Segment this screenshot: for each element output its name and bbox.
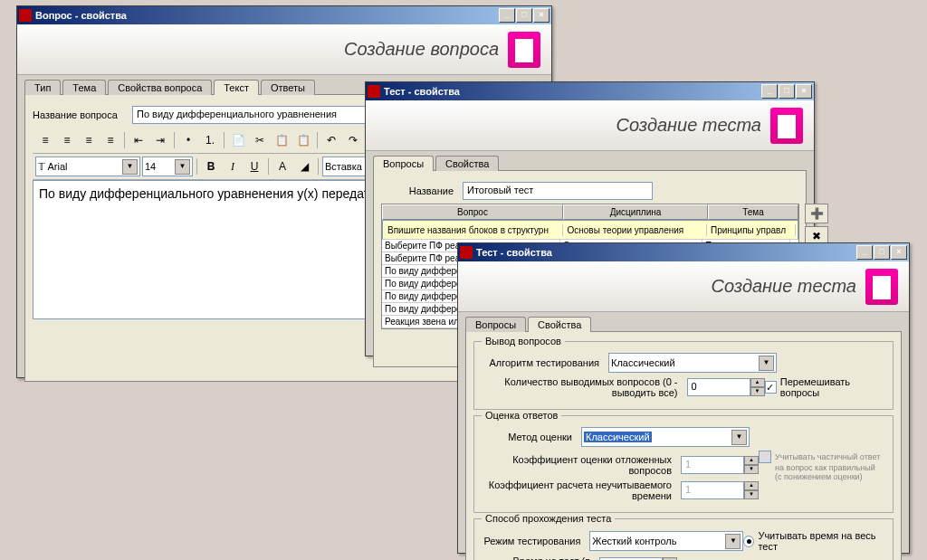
tab-answers[interactable]: Ответы bbox=[261, 80, 315, 95]
coef1-stepper[interactable]: 1 ▲▼ bbox=[681, 456, 759, 474]
cut-icon[interactable]: ✂ bbox=[250, 130, 270, 150]
algo-select[interactable]: Классический▼ bbox=[608, 353, 777, 373]
group-mode: Способ прохождения теста Режим тестирова… bbox=[473, 518, 894, 560]
maximize-button[interactable]: □ bbox=[874, 245, 890, 260]
tab-text[interactable]: Текст bbox=[214, 80, 259, 95]
align-left-icon[interactable]: ≡ bbox=[35, 130, 55, 150]
method-value: Классический bbox=[584, 432, 652, 442]
group-output: Вывод вопросов Алгоритм тестирования Кла… bbox=[473, 341, 894, 410]
chevron-down-icon: ▼ bbox=[731, 430, 747, 445]
shuffle-label: Перемешивать вопросы bbox=[780, 376, 885, 398]
table-cell: Основы теории управления bbox=[565, 224, 707, 236]
close-button[interactable]: × bbox=[891, 245, 907, 260]
chevron-down-icon: ▼ bbox=[175, 159, 190, 175]
tab-type[interactable]: Тип bbox=[24, 80, 61, 95]
spin-up-icon: ▲ bbox=[744, 481, 759, 490]
list-number-icon[interactable]: 1. bbox=[200, 130, 220, 150]
group-grading: Оценка ответов Метод оценки Классический… bbox=[473, 415, 894, 513]
test-name-label: Название bbox=[381, 185, 463, 196]
test-name-input[interactable]: Итоговый тест bbox=[463, 182, 653, 200]
chevron-down-icon: ▼ bbox=[759, 356, 774, 371]
insert-label: Вставка bbox=[325, 161, 362, 172]
spin-up-icon[interactable]: ▲ bbox=[750, 378, 765, 387]
paste-icon[interactable]: 📋 bbox=[293, 130, 313, 150]
font-family-select[interactable]: 𝕋 Arial▼ bbox=[35, 157, 140, 176]
coef2-stepper[interactable]: 1 ▲▼ bbox=[681, 481, 759, 499]
partial-hint: Учитывать частичный ответ на вопрос как … bbox=[759, 451, 885, 505]
table-row[interactable]: Впишите названия блоков в структурнОснов… bbox=[382, 220, 798, 240]
font-color-icon[interactable]: A bbox=[272, 157, 292, 176]
indent-inc-icon[interactable]: ⇥ bbox=[150, 130, 170, 150]
titlebar[interactable]: Тест - свойства _ □ × bbox=[458, 243, 909, 261]
italic-button[interactable]: I bbox=[223, 157, 243, 176]
minimize-button[interactable]: _ bbox=[761, 84, 778, 99]
clipboard-icon bbox=[770, 108, 803, 144]
header: Создание вопроса bbox=[17, 24, 551, 75]
method-select[interactable]: Классический▼ bbox=[581, 427, 750, 447]
group-output-title: Вывод вопросов bbox=[482, 336, 565, 346]
align-justify-icon[interactable]: ≡ bbox=[100, 130, 120, 150]
maximize-button[interactable]: □ bbox=[516, 8, 532, 23]
algo-value: Классический bbox=[611, 357, 675, 368]
new-icon[interactable]: 📄 bbox=[228, 130, 248, 150]
question-name-label: Название вопроса bbox=[33, 109, 132, 120]
add-question-button[interactable]: ➕ bbox=[805, 204, 828, 223]
undo-icon[interactable]: ↶ bbox=[321, 130, 341, 150]
tab-panel: Вывод вопросов Алгоритм тестирования Кла… bbox=[465, 331, 902, 560]
close-button[interactable]: × bbox=[796, 84, 812, 99]
tab-questions[interactable]: Вопросы bbox=[373, 156, 434, 171]
close-button[interactable]: × bbox=[533, 8, 550, 23]
minimize-button[interactable]: _ bbox=[499, 8, 515, 23]
list-bullet-icon[interactable]: • bbox=[178, 130, 198, 150]
redo-icon[interactable]: ↷ bbox=[343, 130, 363, 150]
page-title: Создание теста bbox=[711, 276, 856, 297]
qcount-stepper[interactable]: 0 ▲▼ bbox=[687, 378, 765, 396]
col-question[interactable]: Вопрос bbox=[382, 204, 563, 220]
group-mode-title: Способ прохождения теста bbox=[482, 513, 615, 524]
titlebar[interactable]: Тест - свойства _ □ × bbox=[366, 82, 814, 100]
window-test-props: Тест - свойства _ □ × Создание теста Воп… bbox=[457, 242, 910, 554]
indent-dec-icon[interactable]: ⇤ bbox=[129, 130, 148, 150]
table-cell: Впишите названия блоков в структурн bbox=[385, 224, 563, 236]
page-title: Создание теста bbox=[616, 115, 761, 136]
align-center-icon[interactable]: ≡ bbox=[57, 130, 77, 150]
bold-button[interactable]: B bbox=[201, 157, 221, 176]
chevron-down-icon: ▼ bbox=[725, 534, 741, 549]
checkbox-icon: ✓ bbox=[765, 381, 777, 394]
table-cell: Принципы управл bbox=[708, 224, 796, 236]
font-size-select[interactable]: 14▼ bbox=[142, 157, 193, 176]
page-title: Создание вопроса bbox=[344, 39, 499, 60]
qcount-label: Количество выводимых вопросов (0 - вывод… bbox=[482, 376, 687, 398]
tab-theme[interactable]: Тема bbox=[62, 80, 106, 95]
shuffle-checkbox[interactable]: ✓ Перемешивать вопросы bbox=[765, 376, 885, 398]
maximize-button[interactable]: □ bbox=[779, 84, 795, 99]
align-right-icon[interactable]: ≡ bbox=[79, 130, 99, 150]
window-title: Тест - свойства bbox=[384, 86, 761, 97]
col-discipline[interactable]: Дисциплина bbox=[563, 204, 708, 220]
tab-props[interactable]: Свойства вопроса bbox=[108, 80, 212, 95]
col-theme[interactable]: Тема bbox=[708, 204, 798, 220]
coef2-label: Коэффициент расчета неучитываемого време… bbox=[482, 479, 681, 501]
font-size-value: 14 bbox=[145, 161, 156, 172]
copy-icon[interactable]: 📋 bbox=[272, 130, 291, 150]
qcount-value[interactable]: 0 bbox=[687, 378, 750, 396]
bg-color-icon[interactable]: ◢ bbox=[294, 157, 314, 176]
spin-down-icon: ▼ bbox=[744, 490, 759, 499]
app-icon bbox=[19, 9, 32, 22]
clipboard-icon bbox=[865, 269, 898, 305]
radio-time-all[interactable]: Учитывать время на весь тест bbox=[743, 530, 885, 552]
mode-select[interactable]: Жесткий контроль▼ bbox=[589, 531, 743, 551]
tab-questions[interactable]: Вопросы bbox=[465, 317, 526, 332]
header: Создание теста bbox=[458, 261, 909, 312]
method-label: Метод оценки bbox=[482, 432, 581, 442]
titlebar[interactable]: Вопрос - свойства _ □ × bbox=[17, 6, 551, 24]
tabs: Вопросы Свойства bbox=[373, 155, 814, 170]
header: Создание теста bbox=[366, 100, 814, 151]
spin-down-icon[interactable]: ▼ bbox=[750, 387, 765, 396]
window-title: Тест - свойства bbox=[476, 247, 856, 258]
font-family-value: 𝕋 Arial bbox=[38, 161, 67, 173]
tab-props[interactable]: Свойства bbox=[528, 317, 591, 332]
minimize-button[interactable]: _ bbox=[856, 245, 873, 260]
tab-props[interactable]: Свойства bbox=[435, 156, 499, 171]
underline-button[interactable]: U bbox=[244, 157, 264, 176]
